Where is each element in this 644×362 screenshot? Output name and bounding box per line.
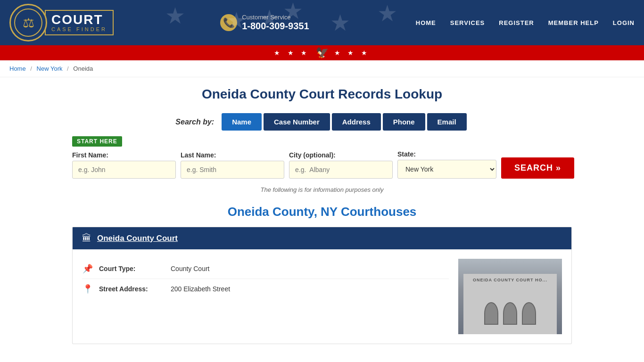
first-name-label: First Name: [72,151,176,159]
nav-home[interactable]: HOME [416,19,436,26]
tab-name[interactable]: Name [222,113,262,131]
breadcrumb: Home / New York / Oneida [0,60,644,77]
logo-circle: ⚖ [9,4,47,41]
logo-text-block: COURT CASE FINDER [45,10,114,35]
cs-phone: 1-800-309-9351 [242,21,309,32]
logo-inner: ⚖ [14,8,42,37]
court-type-value: County Court [171,265,209,272]
nav-member-help[interactable]: MEMBER HELP [548,19,599,26]
courthouse-img-inner: ONEIDA COUNTY COURT HO... [458,259,562,334]
nav-register[interactable]: REGISTER [499,19,534,26]
logo-court-text: COURT [51,13,107,26]
cs-label: Customer Service [242,14,309,21]
main-nav: HOME SERVICES REGISTER MEMBER HELP LOGIN [416,19,635,26]
bg-star: ★ [377,0,397,26]
tab-phone[interactable]: Phone [383,113,425,131]
nav-services[interactable]: SERVICES [450,19,485,26]
search-by-label: Search by: [175,118,214,126]
arch-window-1 [484,302,498,325]
last-name-label: Last Name: [181,151,284,159]
site-header: ★ ★ ★ ★ ★ ★ ⚖ COURT CASE FINDER 📞 Custom… [0,0,644,45]
courthouse-icon: 🏛 [82,233,91,244]
page-title: Oneida County Court Records Lookup [72,87,572,102]
scales-icon: ⚖ [23,15,34,31]
info-note: The following is for information purpose… [72,186,572,193]
nav-login[interactable]: LOGIN [613,19,635,26]
tab-email[interactable]: Email [427,113,467,131]
courthouse-body: 📌 Court Type: County Court 📍 Street Addr… [73,249,571,344]
arch-window-2 [503,302,517,325]
arch-window-3 [522,302,536,325]
courthouse-card: 🏛 Oneida County Court 📌 Court Type: Coun… [72,227,572,344]
court-type-label: Court Type: [99,265,165,272]
courthouse-type-icon: 📌 [82,263,93,274]
stars-right: ★ ★ ★ [334,49,371,57]
bg-star: ★ [330,9,350,36]
search-button[interactable]: SEARCH » [501,157,574,179]
city-label: City (optional): [289,151,393,159]
address-label: Street Address: [99,285,165,293]
start-here-badge: START HERE [72,136,122,147]
breadcrumb-state[interactable]: New York [37,65,63,72]
search-form: First Name: Last Name: City (optional): … [72,150,572,179]
logo[interactable]: ⚖ COURT CASE FINDER [9,4,114,41]
phone-icon: 📞 [220,14,237,31]
bg-star: ★ [165,2,185,29]
courthouse-image: ONEIDA COUNTY COURT HO... [458,259,562,334]
address-icon: 📍 [82,284,93,294]
state-group: State: New York California Texas Florida [397,150,496,179]
cs-info: Customer Service 1-800-309-9351 [242,14,309,32]
address-value: 200 Elizabeth Street [171,285,230,293]
first-name-group: First Name: [72,151,176,179]
tab-case-number[interactable]: Case Number [264,113,330,131]
building-facade: ONEIDA COUNTY COURT HO... [463,274,557,334]
breadcrumb-home[interactable]: Home [9,65,26,72]
search-by-row: Search by: Name Case Number Address Phon… [72,113,572,131]
breadcrumb-sep-1: / [30,65,32,72]
eagle-icon: 🦅 [316,47,329,59]
city-input[interactable] [289,161,393,179]
courthouse-info: 📌 Court Type: County Court 📍 Street Addr… [82,259,449,334]
address-row: 📍 Street Address: 200 Elizabeth Street [82,279,449,299]
state-label: State: [397,150,496,158]
eagle-band: ★ ★ ★ 🦅 ★ ★ ★ [0,45,644,60]
building-label: ONEIDA COUNTY COURT HO... [473,278,547,282]
stars-left: ★ ★ ★ [274,49,310,57]
courthouses-title: Oneida County, NY Courthouses [72,205,572,219]
main-content: Oneida County Court Records Lookup Searc… [63,77,581,354]
city-group: City (optional): [289,151,393,179]
last-name-input[interactable] [181,161,284,179]
logo-case-finder-text: CASE FINDER [51,26,107,32]
courthouse-header: 🏛 Oneida County Court [73,227,571,249]
courthouse-name-link[interactable]: Oneida County Court [97,234,178,243]
state-select[interactable]: New York California Texas Florida [397,160,496,179]
breadcrumb-county: Oneida [73,65,93,72]
eagle-area: ★ ★ ★ 🦅 ★ ★ ★ [274,47,371,59]
last-name-group: Last Name: [181,151,284,179]
first-name-input[interactable] [72,161,176,179]
breadcrumb-sep-2: / [67,65,69,72]
customer-service: 📞 Customer Service 1-800-309-9351 [220,14,309,32]
court-type-row: 📌 Court Type: County Court [82,259,449,279]
building-windows [484,302,536,325]
tab-address[interactable]: Address [332,113,381,131]
